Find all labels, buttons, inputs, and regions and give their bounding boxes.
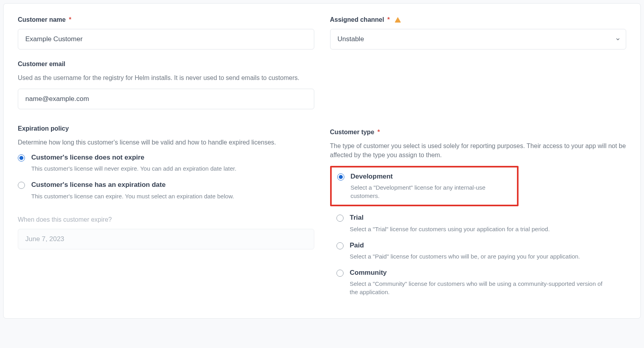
assigned-channel-select[interactable]: Unstable [330,29,627,49]
customer-email-label: Customer email [18,61,65,68]
radio-no-expire-body: Customer's license does not expire This … [31,153,236,173]
development-highlight-box: Development Select a "Development" licen… [330,166,519,206]
expiration-policy-help: Determine how long this customer's licen… [18,138,314,147]
radio-paid-desc: Select a "Paid" license for customers wh… [350,252,580,261]
radio-trial-desc: Select a "Trial" license for customers u… [350,225,550,233]
radio-development-body: Development Select a "Development" licen… [351,172,511,200]
radio-trial-body: Trial Select a "Trial" license for custo… [350,213,550,233]
customer-type-block: Customer type * The type of customer you… [330,129,627,296]
customer-type-help: The type of customer you select is used … [330,141,627,160]
chevron-down-icon [615,36,621,42]
customer-name-input[interactable] [18,29,314,49]
radio-development-desc: Select a "Development" license for any i… [351,183,511,200]
radio-has-expire-control[interactable] [18,182,25,189]
expire-date-label: When does this customer expire? [18,216,112,223]
expire-date-block: When does this customer expire? June 7, … [18,216,314,249]
radio-community-body: Community Select a "Community" license f… [350,268,603,296]
assigned-channel-label-text: Assigned channel [330,16,384,23]
radio-development-control[interactable] [337,173,344,181]
customer-name-label-text: Customer name [18,16,66,23]
customer-type-radio-group: Trial Select a "Trial" license for custo… [330,213,627,296]
assigned-channel-value: Unstable [338,35,364,43]
required-star-icon: * [378,129,380,136]
expiration-radio-group: Customer's license does not expire This … [18,153,314,200]
assigned-channel-select-wrap: Unstable [330,29,627,49]
expiration-policy-block: Expiration policy Determine how long thi… [18,125,314,200]
radio-community-title: Community [350,268,603,277]
customer-type-label-text: Customer type [330,129,374,136]
expire-date-label-text: When does this customer expire? [18,216,112,223]
radio-no-expire-row[interactable]: Customer's license does not expire This … [18,153,314,173]
radio-community-control[interactable] [336,270,344,277]
assigned-channel-block: Assigned channel* Unstable [330,16,627,49]
radio-has-expire-title: Customer's license has an expiration dat… [31,181,234,189]
expiration-policy-label-text: Expiration policy [18,125,69,132]
radio-has-expire-desc: This customer's license can expire. You … [31,192,234,200]
assigned-channel-label: Assigned channel* [330,16,401,23]
radio-trial-row[interactable]: Trial Select a "Trial" license for custo… [336,213,627,233]
radio-community-desc: Select a "Community" license for custome… [350,280,603,296]
expire-date-input[interactable]: June 7, 2023 [18,229,314,249]
customer-name-block: Customer name * [18,16,314,49]
left-column: Customer name * Customer email Used as t… [18,16,314,307]
radio-paid-row[interactable]: Paid Select a "Paid" license for custome… [336,241,627,261]
customer-email-block: Customer email Used as the username for … [18,61,314,109]
radio-dot-icon [339,175,343,179]
customer-form-card: Customer name * Customer email Used as t… [3,3,641,319]
radio-has-expire-row[interactable]: Customer's license has an expiration dat… [18,181,314,200]
radio-has-expire-body: Customer's license has an expiration dat… [31,181,234,200]
radio-trial-control[interactable] [336,215,344,222]
radio-no-expire-title: Customer's license does not expire [31,153,236,162]
expire-date-value: June 7, 2023 [25,235,64,243]
customer-name-label: Customer name * [18,16,71,23]
expiration-policy-label: Expiration policy [18,125,69,132]
radio-no-expire-desc: This customer's license will never expir… [31,164,236,173]
warning-triangle-icon [395,17,401,23]
radio-paid-body: Paid Select a "Paid" license for custome… [350,241,580,261]
customer-email-input[interactable] [18,89,314,109]
customer-email-label-text: Customer email [18,61,65,68]
required-star-icon: * [69,16,71,23]
radio-dot-icon [19,156,23,160]
right-column: Assigned channel* Unstable Customer type… [330,16,627,307]
radio-community-row[interactable]: Community Select a "Community" license f… [336,268,627,296]
radio-trial-title: Trial [350,213,550,222]
customer-type-label: Customer type * [330,129,380,136]
customer-email-help: Used as the username for the registry fo… [18,73,314,82]
required-star-icon: * [387,16,389,23]
radio-development-row[interactable]: Development Select a "Development" licen… [337,172,511,200]
radio-no-expire-control[interactable] [18,154,25,162]
radio-development-title: Development [351,172,511,181]
radio-paid-title: Paid [350,241,580,250]
radio-paid-control[interactable] [336,242,344,249]
form-columns: Customer name * Customer email Used as t… [18,16,626,307]
